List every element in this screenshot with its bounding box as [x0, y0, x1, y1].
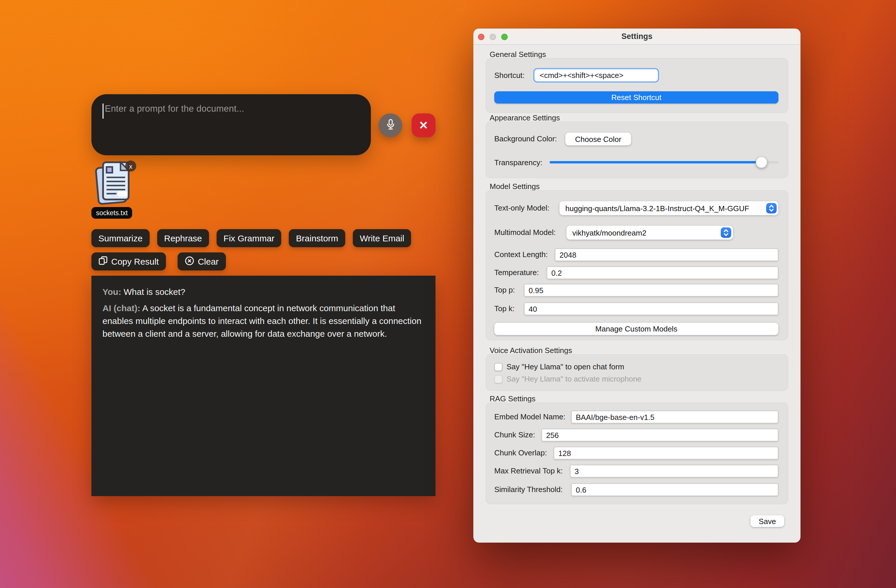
top-k-label: Top k:	[494, 302, 514, 315]
multimodal-model-dropdown[interactable]: vikhyatk/moondream2	[567, 226, 733, 240]
open-chat-checkbox-label: Say "Hey Llama" to open chat form	[506, 363, 624, 371]
activate-mic-checkbox-label: Say "Hey Llama" to activate microphone	[506, 375, 642, 383]
chunk-overlap-label: Chunk Overlap:	[494, 447, 547, 459]
prompt-input[interactable]: Enter a prompt for the document...	[91, 94, 371, 155]
clear-button[interactable]: Clear	[177, 252, 226, 270]
chunk-size-label: Chunk Size:	[494, 428, 535, 441]
open-chat-checkbox[interactable]	[494, 363, 503, 371]
top-p-field[interactable]: 0.95	[524, 284, 779, 296]
save-button[interactable]: Save	[750, 515, 784, 527]
reset-shortcut-button[interactable]: Reset Shortcut	[494, 91, 779, 103]
text-model-dropdown[interactable]: hugging-quants/Llama-3.2-1B-Instruct-Q4_…	[559, 201, 779, 215]
dropdown-stepper-icon	[721, 227, 731, 238]
transparency-slider-knob[interactable]	[756, 156, 767, 168]
transparency-label: Transparency:	[494, 159, 542, 167]
similarity-threshold-field[interactable]: 0.6	[571, 483, 779, 496]
remove-attachment-x: x	[129, 163, 133, 170]
text-caret	[102, 103, 103, 119]
fix-grammar-button[interactable]: Fix Grammar	[216, 229, 282, 247]
top-k-field[interactable]: 40	[524, 302, 779, 315]
close-assistant-button[interactable]: ✕	[411, 113, 436, 137]
chat-user-message: You: What is socket?	[102, 286, 424, 298]
attachment-filename: sockets.txt	[91, 207, 133, 219]
general-settings-box	[486, 58, 788, 113]
voice-activation-box	[486, 354, 788, 391]
shortcut-label: Shortcut:	[494, 68, 524, 83]
chat-ai-message: AI (chat): A socket is a fundamental con…	[102, 302, 424, 340]
attachment-chip[interactable]: x sockets.txt	[93, 160, 140, 218]
multimodal-model-label: Multimodal Model:	[494, 226, 556, 240]
chunk-overlap-field[interactable]: 128	[554, 447, 779, 459]
close-icon: ✕	[419, 120, 428, 131]
temperature-label: Temperature:	[494, 266, 539, 279]
copy-result-button[interactable]: Copy Result	[91, 252, 166, 270]
rag-settings-label: RAG Settings	[490, 394, 536, 403]
settings-window: Settings General Settings Shortcut: <cmd…	[473, 29, 800, 542]
brainstorm-button[interactable]: Brainstorm	[289, 229, 345, 247]
embed-model-label: Embed Model Name:	[494, 410, 565, 423]
activate-mic-checkbox[interactable]	[494, 375, 503, 383]
desktop: Enter a prompt for the document... ✕	[0, 0, 896, 588]
write-email-button[interactable]: Write Email	[353, 229, 411, 247]
action-button-row: Summarize Rephrase Fix Grammar Brainstor…	[91, 229, 411, 247]
microphone-button[interactable]	[378, 113, 402, 137]
settings-titlebar[interactable]: Settings	[473, 29, 800, 45]
shortcut-field[interactable]: <cmd>+<shift>+<space>	[533, 68, 659, 83]
chat-transcript-panel: You: What is socket? AI (chat): A socket…	[91, 276, 436, 496]
embed-model-field[interactable]: BAAI/bge-base-en-v1.5	[571, 410, 779, 423]
background-color-label: Background Color:	[494, 132, 557, 145]
context-length-field[interactable]: 2048	[555, 248, 779, 261]
summarize-button[interactable]: Summarize	[91, 229, 149, 247]
text-model-label: Text-only Model:	[494, 201, 549, 215]
temperature-field[interactable]: 0.2	[547, 266, 779, 279]
transparency-slider-fill	[550, 161, 762, 163]
context-length-label: Context Length:	[494, 248, 548, 261]
clear-circle-x-icon	[184, 255, 194, 267]
top-p-label: Top p:	[494, 284, 515, 296]
microphone-icon	[384, 118, 397, 133]
manage-custom-models-button[interactable]: Manage Custom Models	[494, 323, 779, 335]
choose-color-button[interactable]: Choose Color	[565, 132, 631, 145]
appearance-settings-label: Appearance Settings	[490, 113, 560, 122]
prompt-placeholder: Enter a prompt for the document...	[105, 103, 244, 114]
similarity-threshold-label: Similarity Threshold:	[494, 483, 563, 496]
general-settings-label: General Settings	[490, 50, 546, 59]
model-settings-label: Model Settings	[490, 182, 540, 191]
dropdown-stepper-icon	[766, 203, 777, 213]
remove-attachment-button[interactable]: x	[125, 161, 136, 172]
voice-activation-settings-label: Voice Activation Settings	[490, 346, 572, 355]
result-button-row: Copy Result Clear	[91, 252, 226, 270]
appearance-settings-box	[486, 122, 788, 178]
rephrase-button[interactable]: Rephrase	[157, 229, 209, 247]
copy-icon	[98, 256, 108, 267]
window-title: Settings	[473, 32, 800, 41]
max-retrieval-label: Max Retrieval Top k:	[494, 465, 563, 477]
chat-user-label: You:	[102, 287, 121, 296]
max-retrieval-field[interactable]: 3	[570, 465, 779, 477]
chat-ai-label: AI (chat):	[102, 303, 140, 313]
chunk-size-field[interactable]: 256	[541, 428, 779, 441]
